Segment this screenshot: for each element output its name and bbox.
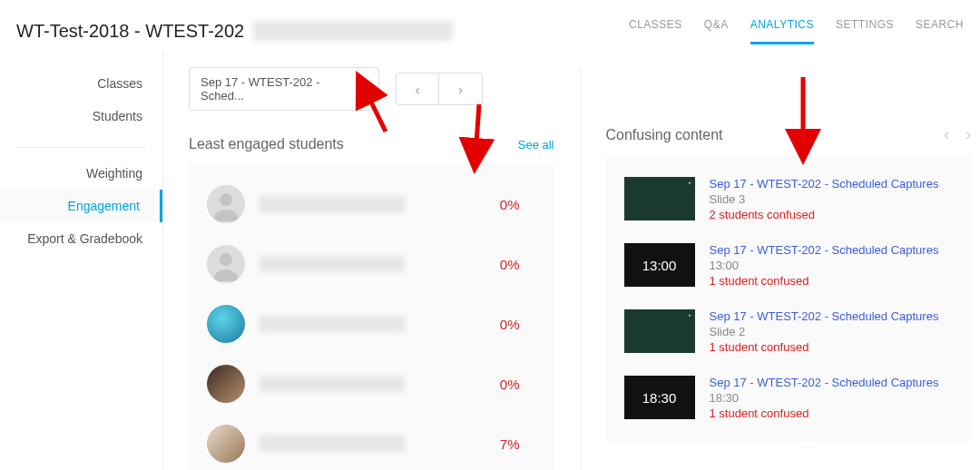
video-thumbnail: 13:00 bbox=[624, 243, 695, 287]
sidebar: Classes Students Weighting Engagement Ex… bbox=[0, 51, 163, 470]
sidebar-item-weighting[interactable]: Weighting bbox=[0, 157, 162, 190]
avatar bbox=[207, 245, 245, 283]
thumb-time: 13:00 bbox=[642, 258, 677, 273]
session-dropdown[interactable]: Sep 17 - WTEST-202 - Sched... ▾ bbox=[189, 67, 379, 111]
confusing-sub: 18:30 bbox=[710, 391, 939, 405]
confusing-pager: ‹ › bbox=[944, 125, 971, 144]
confusing-count: 2 students confused bbox=[710, 208, 939, 221]
sidebar-item-engagement[interactable]: Engagement bbox=[0, 190, 162, 222]
sidebar-divider bbox=[16, 147, 146, 148]
prev-button[interactable]: ‹ bbox=[396, 73, 439, 105]
confusing-next-button[interactable]: › bbox=[965, 125, 971, 144]
video-thumbnail: 18:30 bbox=[624, 376, 695, 419]
svg-point-3 bbox=[220, 253, 232, 266]
least-engaged-card: 0% 0% 0% 0% bbox=[189, 163, 554, 470]
sidebar-item-students[interactable]: Students bbox=[0, 100, 162, 132]
title-redacted bbox=[253, 21, 453, 41]
student-name-redacted bbox=[260, 376, 405, 392]
student-row[interactable]: 0% bbox=[203, 354, 540, 414]
confusing-prev-button[interactable]: ‹ bbox=[944, 125, 949, 144]
confusing-count: 1 student confused bbox=[710, 406, 939, 420]
student-row[interactable]: 0% bbox=[203, 294, 540, 354]
confusing-row[interactable]: ▪ Sep 17 - WTEST-202 - Scheduled Capture… bbox=[621, 166, 957, 232]
avatar bbox=[207, 425, 245, 463]
student-name-redacted bbox=[260, 256, 405, 272]
student-row[interactable]: 7% bbox=[203, 414, 540, 470]
engagement-percent: 0% bbox=[500, 317, 520, 332]
engagement-percent: 0% bbox=[500, 197, 520, 212]
chevron-down-icon: ▾ bbox=[362, 83, 368, 95]
student-name-redacted bbox=[260, 316, 405, 332]
thumb-time: 18:30 bbox=[642, 390, 677, 406]
confusing-sub: 13:00 bbox=[710, 259, 939, 272]
tab-search[interactable]: SEARCH bbox=[916, 18, 964, 44]
see-all-link[interactable]: See all bbox=[518, 138, 554, 152]
least-engaged-title: Least engaged students bbox=[189, 136, 344, 152]
avatar bbox=[207, 365, 245, 403]
tab-qa[interactable]: Q&A bbox=[704, 18, 729, 44]
avatar bbox=[207, 305, 245, 343]
confusing-title-link[interactable]: Sep 17 - WTEST-202 - Scheduled Captures bbox=[710, 309, 939, 323]
confusing-content-card: ▪ Sep 17 - WTEST-202 - Scheduled Capture… bbox=[606, 155, 972, 442]
avatar bbox=[207, 185, 245, 223]
engagement-percent: 0% bbox=[500, 377, 520, 392]
dropdown-label: Sep 17 - WTEST-202 - Sched... bbox=[201, 75, 362, 103]
confusing-title-link[interactable]: Sep 17 - WTEST-202 - Scheduled Captures bbox=[710, 177, 939, 191]
student-name-redacted bbox=[260, 196, 405, 212]
sidebar-item-export[interactable]: Export & Gradebook bbox=[0, 222, 162, 255]
sidebar-item-classes[interactable]: Classes bbox=[0, 67, 162, 100]
slide-thumbnail: ▪ bbox=[624, 177, 695, 220]
page-title: WT-Test-2018 - WTEST-202 bbox=[16, 21, 244, 42]
confusing-row[interactable]: 13:00 Sep 17 - WTEST-202 - Scheduled Cap… bbox=[621, 232, 957, 299]
confusing-content-title: Confusing content bbox=[606, 127, 723, 143]
confusing-sub: Slide 3 bbox=[710, 192, 939, 206]
student-name-redacted bbox=[260, 436, 405, 452]
confusing-count: 1 student confused bbox=[710, 340, 939, 354]
slide-thumbnail: ▪ bbox=[624, 309, 695, 353]
engagement-percent: 7% bbox=[500, 436, 520, 452]
confusing-count: 1 student confused bbox=[710, 274, 939, 288]
session-pager: ‹ › bbox=[396, 73, 483, 105]
tab-settings[interactable]: SETTINGS bbox=[836, 18, 894, 44]
svg-point-1 bbox=[220, 193, 232, 206]
student-row[interactable]: 0% bbox=[203, 174, 540, 234]
student-row[interactable]: 0% bbox=[203, 234, 540, 294]
main-tabs: CLASSES Q&A ANALYTICS SETTINGS SEARCH bbox=[629, 18, 964, 44]
tab-analytics[interactable]: ANALYTICS bbox=[750, 18, 814, 44]
confusing-title-link[interactable]: Sep 17 - WTEST-202 - Scheduled Captures bbox=[710, 243, 939, 257]
next-button[interactable]: › bbox=[439, 73, 483, 105]
confusing-row[interactable]: 18:30 Sep 17 - WTEST-202 - Scheduled Cap… bbox=[621, 365, 957, 431]
engagement-percent: 0% bbox=[500, 257, 520, 272]
tab-classes[interactable]: CLASSES bbox=[629, 18, 682, 44]
confusing-sub: Slide 2 bbox=[710, 325, 939, 338]
confusing-title-link[interactable]: Sep 17 - WTEST-202 - Scheduled Captures bbox=[710, 376, 939, 389]
confusing-row[interactable]: ▪ Sep 17 - WTEST-202 - Scheduled Capture… bbox=[621, 299, 957, 365]
